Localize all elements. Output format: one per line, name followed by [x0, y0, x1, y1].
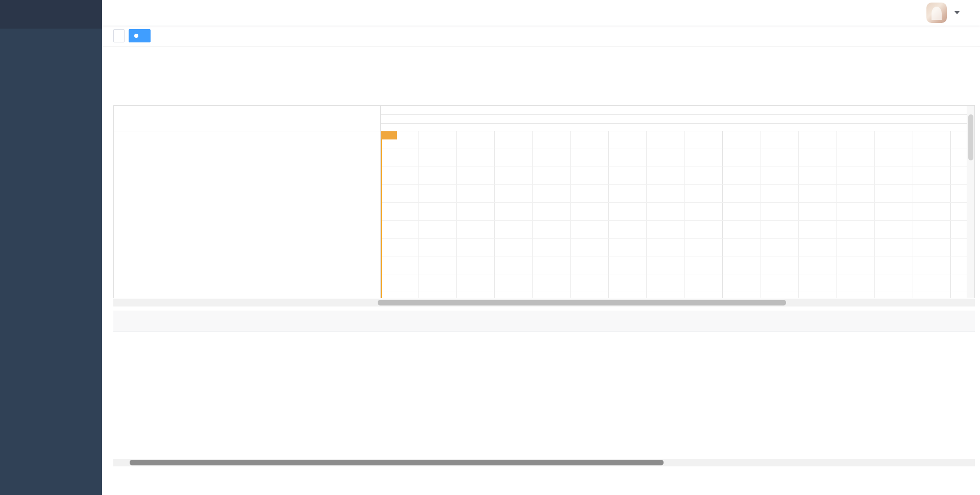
- scroll-down-icon[interactable]: [967, 291, 974, 298]
- gantt-hscroll-track[interactable]: [121, 299, 967, 307]
- avatar[interactable]: [926, 3, 947, 23]
- active-tab-dot: [134, 34, 138, 38]
- app-root: [0, 0, 980, 495]
- table-horizontal-scrollbar[interactable]: [113, 459, 975, 466]
- gantt-chart-area: [381, 131, 968, 298]
- filter-form: [102, 46, 980, 105]
- gantt-timeline: [381, 106, 968, 298]
- topbar: [102, 0, 980, 26]
- gantt-hour-row: [381, 124, 968, 131]
- sidebar: [0, 0, 102, 495]
- gantt-vertical-scrollbar[interactable]: [967, 106, 974, 298]
- orders-table-header: [113, 311, 975, 332]
- gantt-task-table: [114, 106, 381, 298]
- gantt-hscroll-thumb[interactable]: [378, 300, 786, 305]
- gantt-table-header: [114, 106, 380, 131]
- gantt-horizontal-scrollbar[interactable]: [113, 299, 975, 307]
- app-logo[interactable]: [0, 0, 102, 29]
- tab-scheduling[interactable]: [129, 29, 151, 42]
- gantt-week-label: [381, 106, 968, 115]
- gantt-panel: [113, 105, 975, 298]
- orders-table: [113, 311, 975, 457]
- scroll-up-icon[interactable]: [967, 106, 974, 113]
- tags-view-bar: [102, 26, 980, 46]
- avatar-caret-down-icon[interactable]: [954, 11, 960, 14]
- gantt-day-row: [381, 115, 968, 124]
- today-marker-label: [381, 131, 397, 139]
- gantt-table-rows: [114, 131, 380, 298]
- topbar-actions: [919, 3, 980, 23]
- gantt-vscroll-thumb[interactable]: [968, 114, 973, 160]
- table-hscroll-track[interactable]: [121, 459, 967, 466]
- today-marker-line: [381, 131, 382, 298]
- tab-home[interactable]: [113, 29, 125, 42]
- table-hscroll-thumb[interactable]: [130, 460, 664, 465]
